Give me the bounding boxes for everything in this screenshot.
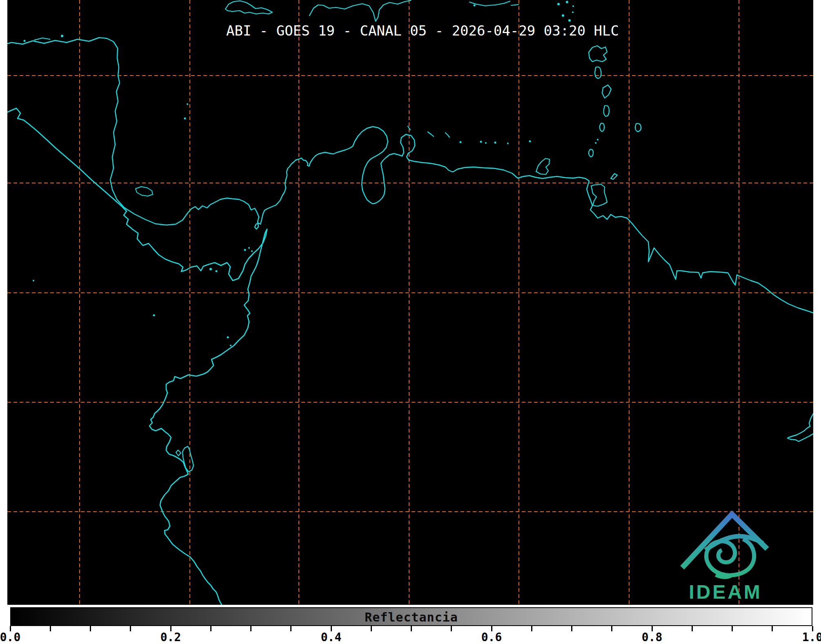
colorbar-tick <box>371 626 372 631</box>
colorbar-tick <box>571 626 572 631</box>
colorbar-tick <box>50 626 51 631</box>
coastline-puna-island <box>182 446 194 472</box>
colorbar-tick <box>772 626 773 631</box>
island-dot <box>562 14 564 17</box>
island-dot <box>248 247 250 249</box>
coastline-vieques <box>511 4 518 5</box>
island-dot <box>494 142 496 144</box>
colorbar-tick <box>411 626 412 631</box>
island-dot <box>597 139 599 140</box>
coastline-margarita <box>536 158 550 174</box>
island-dot <box>529 140 531 143</box>
satellite-product-page: ABI - GOES 19 - CANAL 05 - 2026-04-29 03… <box>0 0 821 644</box>
coastline-jamaica <box>225 1 272 14</box>
island-dot <box>480 141 482 143</box>
logo-spiral-tail <box>716 575 731 577</box>
coastline-barbados <box>635 123 641 131</box>
coastline-antigua-guadeloupe-cluster <box>589 46 607 62</box>
coastline-st-vincent <box>600 123 604 131</box>
island-dot <box>460 141 462 143</box>
logo-spiral <box>706 539 754 575</box>
colorbar-tick-label: 1.0 <box>796 631 821 644</box>
island-dot <box>572 11 574 13</box>
island-dot <box>507 143 509 144</box>
colorbar-tick-label: 0.4 <box>315 631 347 644</box>
colorbar-tick <box>210 626 211 631</box>
island-dot <box>474 4 476 7</box>
coastline-grenada <box>589 149 593 157</box>
island-dot <box>61 35 63 37</box>
coastline-hispaniola-south-coast <box>309 0 411 21</box>
island-dot <box>572 5 574 7</box>
map-title: ABI - GOES 19 - CANAL 05 - 2026-04-29 03… <box>226 22 619 39</box>
colorbar-tick <box>250 626 251 631</box>
island-dot <box>33 280 34 281</box>
island-dot <box>24 40 26 42</box>
coastline-essequibo-coast-wedge <box>788 414 813 441</box>
colorbar-tick <box>732 626 733 631</box>
coastline-caribbean-mainland-coast <box>0 38 813 313</box>
coastline-roatan <box>34 38 50 40</box>
island-dot <box>485 142 487 144</box>
colorbar-tick-label: 0.0 <box>0 631 27 644</box>
coastline-dominica <box>595 67 601 78</box>
island-dot <box>153 314 155 316</box>
coastline-puna-islet <box>176 450 181 456</box>
colorbar-tick <box>611 626 612 631</box>
island-dot <box>566 1 568 3</box>
coastline-trinidad <box>591 184 607 206</box>
coastline-lake-nicaragua <box>136 187 153 196</box>
island-dot <box>244 249 246 251</box>
ideam-logo: IDEAM <box>670 506 784 608</box>
island-dot <box>568 19 571 22</box>
colorbar-label: Reflectancia <box>10 610 812 624</box>
colorbar-tick-label: 0.8 <box>636 631 668 644</box>
island-dot <box>216 270 218 272</box>
coastline-puerto-rico-south-coast <box>469 1 510 6</box>
island-dot <box>251 250 253 252</box>
island-dot <box>209 268 212 270</box>
colorbar-tick-label: 0.6 <box>475 631 508 644</box>
colorbar-tick-label: 0.2 <box>154 631 187 644</box>
coastline-st-lucia <box>604 106 609 117</box>
island-dot <box>595 142 596 144</box>
colorbar-tick <box>531 626 532 631</box>
coastline-curacao <box>428 132 434 136</box>
mountain-swirl-icon <box>682 514 767 577</box>
island-dot <box>557 3 560 5</box>
colorbar-tick <box>692 626 693 631</box>
island-dot <box>230 345 231 346</box>
island-dot <box>184 118 186 120</box>
ideam-logo-text: IDEAM <box>689 581 762 603</box>
colorbar-tick <box>451 626 452 631</box>
island-dot <box>227 336 229 339</box>
coastline-tobago <box>611 174 617 179</box>
colorbar-tick <box>90 626 91 631</box>
coastline-martinique <box>602 85 611 98</box>
island-dot <box>187 103 188 105</box>
colorbar-tick <box>130 626 131 631</box>
coastline-bonaire <box>445 133 449 137</box>
colorbar-tick <box>290 626 291 631</box>
